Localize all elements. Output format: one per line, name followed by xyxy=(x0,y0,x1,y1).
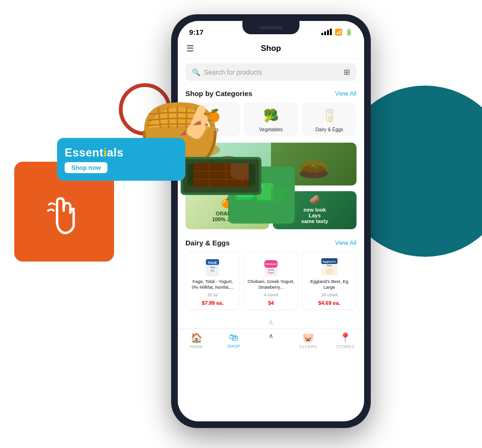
fage-image: FAGE Total 0% xyxy=(202,256,223,277)
product-egglands[interactable]: Eggland's Best Eggland's Best, Eg Large … xyxy=(302,252,357,310)
product-fage[interactable]: FAGE Total 0% Fage, Total - Yogurt, 0% M… xyxy=(185,252,240,310)
wifi-icon: 📶 xyxy=(335,29,342,36)
svg-line-4 xyxy=(186,107,187,128)
home-nav-label: HOME xyxy=(190,344,203,349)
svg-text:Best: Best xyxy=(327,264,332,267)
dairy-label: Dairy & Eggs xyxy=(316,127,343,132)
products-row: FAGE Total 0% Fage, Total - Yogurt, 0% M… xyxy=(178,250,364,314)
svg-point-30 xyxy=(315,166,318,169)
egglands-image: Eggland's Best xyxy=(319,256,340,277)
promo-mushroom-svg xyxy=(295,147,333,181)
search-icon: 🔍 xyxy=(192,68,200,76)
category-dairy[interactable]: 🥛 Dairy & Eggs xyxy=(302,102,357,136)
search-container: 🔍 Search for products ⊞ xyxy=(178,58,364,86)
status-icons: 📶 🔋 xyxy=(321,29,353,36)
essentials-card: Essentials Shop now xyxy=(57,138,185,181)
signal-bars xyxy=(321,29,332,35)
svg-text:Chobani: Chobani xyxy=(265,263,277,265)
battery-icon: 🔋 xyxy=(345,29,353,36)
nav-stores[interactable]: 📍 STORES xyxy=(327,332,364,349)
shop-nav-label: SHOP xyxy=(227,344,240,349)
dairy-title: Dairy & Eggs xyxy=(185,239,230,247)
signal-bar-4 xyxy=(330,29,332,35)
shop-now-button[interactable]: Shop now xyxy=(65,162,107,173)
chobani-name: Chobani, Greek Yogurt, Strawberry... xyxy=(247,279,295,291)
search-placeholder: Search for products xyxy=(204,68,340,76)
svg-rect-19 xyxy=(271,188,285,202)
cart-nav-icon: ∧ xyxy=(269,332,273,340)
essentials-title: Essentials xyxy=(65,146,178,159)
search-bar[interactable]: 🔍 Search for products ⊞ xyxy=(185,63,357,81)
flyers-nav-label: FLYERS xyxy=(299,344,317,349)
fage-size: 32 oz xyxy=(207,292,218,297)
svg-point-29 xyxy=(310,165,313,168)
fage-price: $7.99 ea. xyxy=(202,300,223,306)
fage-name: Fage, Total - Yogurt, 0% Milkfat, Nonfat… xyxy=(189,279,237,291)
phone-speaker xyxy=(259,26,283,29)
home-nav-icon: 🏠 xyxy=(191,332,202,343)
nav-flyers[interactable]: 🐷 FLYERS xyxy=(289,332,327,349)
vegetables-label: Vegetables xyxy=(259,127,283,132)
chobani-price: $4 xyxy=(268,300,274,306)
shop-nav-icon: 🛍 xyxy=(229,332,239,343)
chobani-size: 4 count xyxy=(264,292,278,297)
hand-icon-container xyxy=(31,178,97,245)
flyers-nav-icon: 🐷 xyxy=(302,332,314,343)
svg-text:FAGE: FAGE xyxy=(208,261,217,264)
status-time: 9:17 xyxy=(189,28,203,36)
signal-bar-2 xyxy=(324,31,326,35)
scroll-chevron: ∧ xyxy=(268,318,274,326)
dairy-header: Dairy & Eggs View All xyxy=(178,235,364,250)
product-chobani[interactable]: Chobani Greek Yogurt Chobani, Greek Yogu… xyxy=(244,252,299,310)
egglands-name: Eggland's Best, Eg Large xyxy=(305,279,353,291)
stores-nav-icon: 📍 xyxy=(339,332,351,343)
stores-nav-label: STORES xyxy=(337,344,355,349)
app-header: ☰ Shop xyxy=(178,40,364,58)
nav-shop[interactable]: 🛍 SHOP xyxy=(215,332,252,349)
svg-text:0%: 0% xyxy=(211,269,215,272)
chobani-svg: Chobani Greek Yogurt xyxy=(260,254,281,278)
egglands-price: $4.69 ea. xyxy=(318,300,340,306)
svg-text:Eggland's: Eggland's xyxy=(322,260,336,263)
dairy-section: Dairy & Eggs View All FAGE Total xyxy=(178,233,364,316)
fage-svg: FAGE Total 0% xyxy=(202,254,223,278)
dairy-emoji: 🥛 xyxy=(322,106,337,125)
menu-icon[interactable]: ☰ xyxy=(186,43,194,54)
svg-point-46 xyxy=(325,268,334,275)
egglands-size: 18 count xyxy=(321,292,337,297)
barcode-icon[interactable]: ⊞ xyxy=(344,68,350,77)
essentials-highlight: i xyxy=(104,146,107,159)
chobani-image: Chobani Greek Yogurt xyxy=(260,256,281,277)
vegetables-emoji: 🥦 xyxy=(263,106,279,125)
svg-point-31 xyxy=(313,165,315,166)
chocolate-card xyxy=(181,157,261,195)
app-title: Shop xyxy=(261,44,281,53)
phone-notch xyxy=(242,21,299,34)
svg-line-2 xyxy=(168,107,169,128)
dairy-view-all[interactable]: View All xyxy=(335,239,357,246)
chocolate-svg xyxy=(183,159,259,193)
categories-view-all[interactable]: View All xyxy=(335,90,357,97)
category-vegetables[interactable]: 🥦 Vegetables xyxy=(244,102,299,136)
chips-emoji: 🥔 xyxy=(309,195,320,205)
bottom-nav: 🏠 HOME 🛍 SHOP ∧ 🐷 FLYERS xyxy=(178,329,364,356)
scroll-indicator: ∧ xyxy=(178,316,364,329)
egglands-svg: Eggland's Best xyxy=(319,254,340,278)
signal-bar-3 xyxy=(327,30,329,35)
chips-label: new lookLayssame tasty xyxy=(299,205,330,226)
svg-text:Yogurt: Yogurt xyxy=(268,271,275,274)
signal-bar-1 xyxy=(321,33,323,35)
nav-cart[interactable]: ∧ xyxy=(252,332,289,349)
svg-text:Total: Total xyxy=(210,266,215,269)
hand-icon xyxy=(31,178,97,245)
nav-home[interactable]: 🏠 HOME xyxy=(178,332,215,349)
